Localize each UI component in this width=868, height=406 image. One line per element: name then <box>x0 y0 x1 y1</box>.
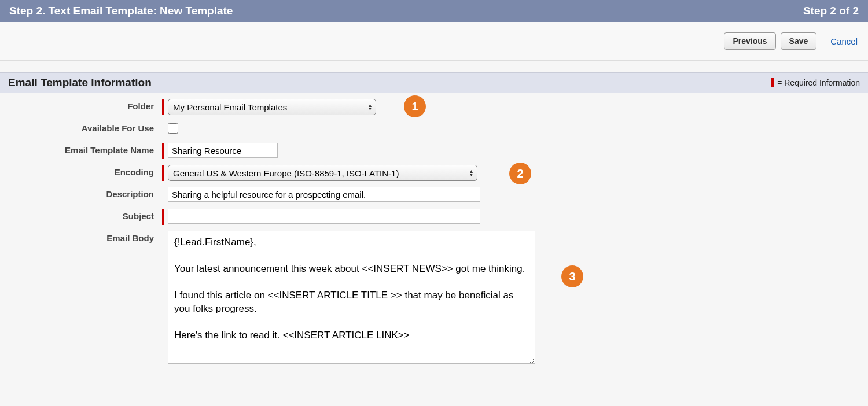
subject-row: Subject <box>6 209 862 225</box>
available-for-use-checkbox[interactable] <box>168 123 178 134</box>
template-name-input[interactable] <box>168 143 278 158</box>
encoding-row: Encoding General US & Western Europe (IS… <box>6 165 862 181</box>
section-header: Email Template Information = Required In… <box>0 72 868 93</box>
callout-badge-2: 2 <box>509 163 531 184</box>
callout-badge-3: 3 <box>561 265 583 287</box>
subject-label: Subject <box>6 209 162 221</box>
step-indicator: Step 2 of 2 <box>803 5 859 17</box>
template-name-label: Email Template Name <box>6 143 162 155</box>
cancel-link[interactable]: Cancel <box>830 36 858 46</box>
required-marker-icon <box>162 99 164 115</box>
folder-select[interactable]: My Personal Email Templates <box>168 99 376 115</box>
required-marker-icon <box>162 143 164 159</box>
required-marker-icon <box>771 78 774 87</box>
encoding-select[interactable]: General US & Western Europe (ISO-8859-1,… <box>168 165 477 181</box>
available-for-use-row: Available For Use <box>6 121 862 137</box>
save-button[interactable]: Save <box>781 32 817 50</box>
section-title: Email Template Information <box>8 76 152 89</box>
spacer <box>162 121 164 137</box>
form-area: Folder My Personal Email Templates ▴▾ 1 … <box>0 93 868 387</box>
folder-label: Folder <box>6 99 162 111</box>
description-row: Description <box>6 187 862 203</box>
email-body-textarea[interactable] <box>168 231 535 364</box>
action-buttons-row: Previous Save Cancel <box>0 22 868 61</box>
email-body-label: Email Body <box>6 231 162 243</box>
description-label: Description <box>6 187 162 199</box>
spacer <box>162 187 164 203</box>
required-marker-icon <box>162 209 164 225</box>
folder-row: Folder My Personal Email Templates ▴▾ 1 <box>6 99 862 115</box>
description-input[interactable] <box>168 187 480 202</box>
page-header: Step 2. Text Email Template: New Templat… <box>0 0 868 22</box>
subject-input[interactable] <box>168 209 480 224</box>
encoding-label: Encoding <box>6 165 162 177</box>
template-name-row: Email Template Name <box>6 143 862 159</box>
required-info-legend: = Required Information <box>771 78 860 87</box>
callout-badge-1: 1 <box>404 95 426 117</box>
required-marker-icon <box>162 165 164 181</box>
required-info-text: = Required Information <box>777 78 860 87</box>
available-for-use-label: Available For Use <box>6 121 162 133</box>
page-title: Step 2. Text Email Template: New Templat… <box>9 5 233 17</box>
email-body-row: Email Body 3 <box>6 231 862 364</box>
spacer <box>162 231 164 364</box>
previous-button[interactable]: Previous <box>724 32 775 50</box>
